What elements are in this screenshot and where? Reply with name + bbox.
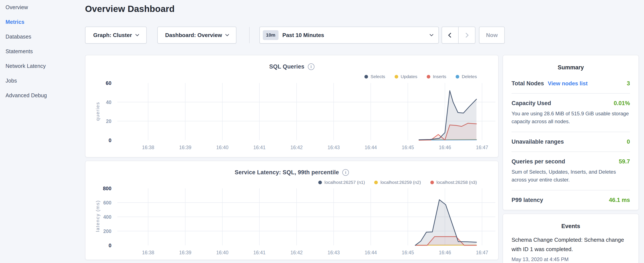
svg-text:200: 200 (103, 228, 112, 234)
svg-text:16:44: 16:44 (365, 145, 377, 150)
sidebar-item-advanced-debug[interactable]: Advanced Debug (0, 88, 85, 103)
svg-text:16:47: 16:47 (476, 250, 488, 255)
sidebar-item-label: Advanced Debug (6, 92, 47, 99)
controls-divider (249, 27, 250, 43)
chevron-down-icon (135, 32, 139, 36)
svg-text:16:41: 16:41 (254, 250, 266, 255)
graph-dropdown-label: Graph: Cluster (93, 32, 132, 39)
time-range-label: Past 10 Minutes (282, 32, 324, 39)
svg-text:800: 800 (103, 185, 112, 191)
controls-bar: Graph: Cluster Dashboard: Overview 10m P… (0, 27, 644, 44)
sql-queries-plot[interactable]: 16:3816:3916:4016:4116:4216:4316:4416:45… (86, 55, 499, 158)
sidebar-item-label: Jobs (6, 78, 17, 84)
summary-title: Summary (512, 55, 630, 74)
svg-text:16:47: 16:47 (476, 145, 488, 150)
svg-text:16:42: 16:42 (290, 145, 303, 150)
time-range-badge: 10m (263, 30, 278, 40)
summary-row-total-nodes: Total Nodes View nodes list 3 (512, 74, 630, 94)
summary-row-unavailable-ranges: Unavailable ranges 0 (512, 132, 630, 152)
sql-queries-chart-card: SQL Queries SelectsUpdatesInsertsDeletes… (85, 55, 498, 157)
now-button-label: Now (486, 32, 498, 39)
dashboard-dropdown-label: Dashboard: Overview (165, 32, 222, 39)
sidebar-item-network-latency[interactable]: Network Latency (0, 59, 85, 73)
svg-text:20: 20 (106, 119, 112, 124)
summary-row-subtext: Sum of Selects, Updates, Inserts, and De… (512, 168, 630, 184)
y-axis-label: queries (95, 79, 102, 143)
svg-text:16:44: 16:44 (365, 250, 377, 255)
service-latency-plot[interactable]: 16:3816:3916:4016:4116:4216:4316:4416:45… (86, 161, 499, 260)
next-time-button[interactable] (458, 27, 475, 43)
svg-text:600: 600 (103, 200, 112, 205)
dashboard-dropdown[interactable]: Dashboard: Overview (157, 27, 236, 44)
chevron-left-icon (448, 33, 453, 38)
view-nodes-list-link[interactable]: View nodes list (548, 80, 588, 87)
summary-row-value: 0 (627, 139, 630, 145)
graph-dropdown[interactable]: Graph: Cluster (85, 27, 147, 44)
time-range-selector[interactable]: 10m Past 10 Minutes (260, 27, 439, 44)
events-panel: Events Schema Change Completed: Schema c… (502, 214, 639, 263)
svg-text:0: 0 (109, 242, 112, 248)
summary-row-label: P99 latency (512, 197, 543, 203)
service-latency-chart-card: Service Latency: SQL, 99th percentile lo… (85, 161, 498, 260)
summary-row-capacity-used: Capacity Used 0.01% You are using 28.6 M… (512, 94, 630, 132)
chevron-down-icon (430, 32, 433, 36)
svg-text:16:46: 16:46 (439, 250, 451, 255)
svg-text:16:39: 16:39 (179, 145, 192, 150)
page-title: Overview Dashboard (85, 4, 174, 14)
svg-text:16:38: 16:38 (142, 250, 154, 255)
event-message: Schema Change Completed: Schema change w… (512, 235, 630, 254)
events-title: Events (512, 214, 630, 229)
sidebar-item-label: Overview (6, 4, 28, 11)
svg-text:60: 60 (106, 80, 112, 86)
svg-text:16:45: 16:45 (402, 145, 414, 150)
svg-text:16:41: 16:41 (254, 145, 266, 150)
sidebar-item-label: Statements (6, 48, 33, 55)
svg-text:400: 400 (103, 214, 112, 220)
sidebar-item-label: Metrics (6, 19, 24, 25)
summary-row-value: 46.1 ms (609, 197, 630, 203)
summary-row-label: Capacity Used (512, 100, 551, 107)
summary-panel: Summary Total Nodes View nodes list 3 Ca… (502, 55, 639, 210)
svg-text:16:43: 16:43 (328, 250, 340, 255)
svg-text:16:40: 16:40 (216, 145, 228, 150)
summary-row-queries-per-second: Queries per second 59.7 Sum of Selects, … (512, 152, 630, 190)
svg-text:16:43: 16:43 (328, 145, 340, 150)
prev-time-button[interactable] (442, 27, 458, 43)
summary-row-label: Total Nodes (512, 80, 544, 87)
sidebar-item-overview[interactable]: Overview (0, 0, 85, 15)
summary-row-p99-latency: P99 latency 46.1 ms (512, 190, 630, 210)
summary-row-label: Unavailable ranges (512, 139, 564, 145)
svg-text:40: 40 (106, 100, 112, 105)
event-timestamp: May 13, 2020 at 4:45 PM (512, 256, 630, 262)
svg-text:0: 0 (109, 137, 112, 143)
chevron-down-icon (225, 32, 229, 36)
sidebar-nav-list: Overview Metrics Databases Statements Ne… (0, 0, 85, 103)
svg-text:16:42: 16:42 (290, 250, 303, 255)
svg-text:16:38: 16:38 (142, 145, 154, 150)
now-button[interactable]: Now (479, 27, 505, 44)
svg-text:16:45: 16:45 (402, 250, 414, 255)
svg-text:16:40: 16:40 (216, 250, 228, 255)
sidebar-item-statements[interactable]: Statements (0, 44, 85, 59)
event-list-item[interactable]: Schema Change Completed: Schema change w… (512, 229, 630, 263)
sidebar-item-jobs[interactable]: Jobs (0, 73, 85, 88)
summary-row-label: Queries per second (512, 158, 565, 165)
svg-text:16:46: 16:46 (439, 145, 451, 150)
sidebar-item-label: Network Latency (6, 63, 46, 69)
summary-row-subtext: You are using 28.6 MiB of 515.9 GiB usab… (512, 110, 630, 125)
summary-row-value: 3 (627, 80, 630, 87)
time-pager (442, 27, 476, 44)
metrics-dashboard-page: { "sidebar": { "items": [ { "label": "Ov… (0, 0, 644, 263)
summary-row-value: 59.7 (619, 158, 630, 165)
svg-text:16:39: 16:39 (179, 250, 192, 255)
y-axis-label: latency (ms) (95, 184, 102, 248)
chevron-right-icon (464, 33, 468, 38)
summary-row-value: 0.01% (614, 100, 630, 107)
